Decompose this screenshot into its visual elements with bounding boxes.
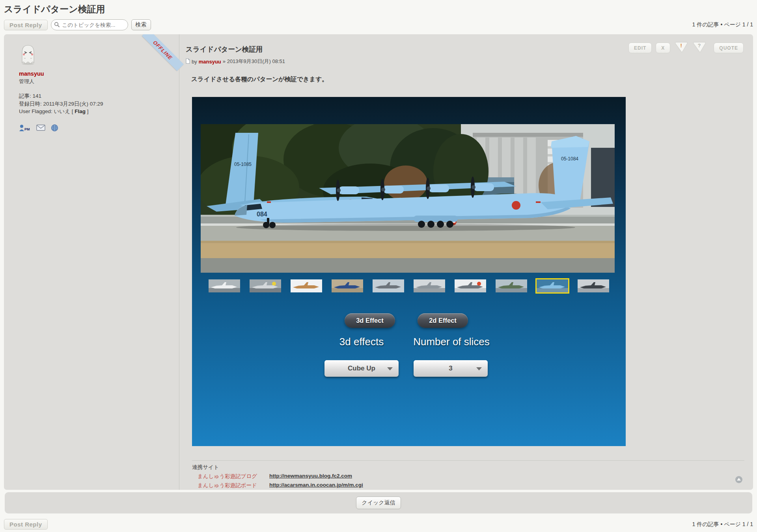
chevron-down-icon — [387, 367, 393, 370]
top-toolbar: Post Reply 検索 1 件の記事 • ページ 1 / 1 — [4, 19, 753, 30]
3d-effects-label: 3d effects — [339, 336, 384, 348]
svg-text:05-1084: 05-1084 — [561, 156, 578, 162]
signature-heading: 連携サイト — [192, 464, 744, 471]
byline-by: by — [192, 59, 197, 65]
thumbnail-strip — [192, 279, 626, 292]
post-reply-button-bottom[interactable]: Post Reply — [4, 519, 48, 530]
signature-link-url[interactable]: http://newmansyuu.blog.fc2.com — [269, 473, 352, 480]
signature-link-url[interactable]: http://acarsman.in.coocan.jp/m/m.cgi — [269, 482, 363, 489]
flag-link[interactable]: Flag — [75, 108, 86, 114]
search-input[interactable] — [51, 19, 128, 30]
bottom-toolbar: Post Reply 1 件の記事 • ページ 1 / 1 — [4, 519, 753, 530]
signature-link-label: まんしゅう彩遊記ボード — [198, 482, 269, 489]
svg-text:084: 084 — [257, 211, 267, 218]
post-byline: by mansyuu » 2013年9月30日(月) 08:51 — [186, 58, 744, 65]
thumbnail-dark-aircraft-hangar[interactable] — [578, 279, 609, 292]
thumbnail-green-transport[interactable] — [496, 279, 527, 292]
website-globe-icon[interactable] — [51, 124, 58, 133]
thumbnail-white-jet-taxi[interactable] — [209, 279, 240, 292]
flag-line: User Flagged: いいえ [ Flag ] — [19, 108, 179, 115]
signature-link-row: まんしゅう彩遊記ブログ http://newmansyuu.blog.fc2.c… — [198, 473, 744, 480]
byline-author[interactable]: mansyuu — [199, 59, 221, 65]
slices-dropdown[interactable]: 3 — [414, 360, 488, 377]
top-pagination: 1 件の記事 • ページ 1 / 1 — [692, 21, 753, 28]
flag-prefix: User Flagged: いいえ [ — [19, 108, 75, 114]
user-profile-column: mansyuu 管理人 記事: 141 登録日時: 2011年3月29日(火) … — [4, 34, 179, 490]
post-action-buttons: EDIT X ! ? QUOTE — [628, 41, 744, 54]
post-content-column: EDIT X ! ? QUOTE スライドパターン検証用 by mansyuu … — [179, 34, 753, 490]
posts-count-line: 記事: 141 — [19, 92, 179, 100]
quick-reply-button[interactable]: クイック返信 — [356, 497, 401, 509]
thumbnail-blue-f2-taxi[interactable] — [332, 279, 363, 292]
effect-dropdown-value: Cube Up — [348, 365, 375, 372]
effect-dropdown[interactable]: Cube Up — [324, 360, 399, 377]
byline-date: » 2013年9月30日(月) 08:51 — [223, 58, 285, 65]
thumbnail-orange-jet-inflight[interactable] — [291, 279, 322, 292]
email-icon[interactable] — [36, 125, 45, 132]
signature-link-row: まんしゅう彩遊記ボード http://acarsman.in.coocan.jp… — [198, 482, 744, 489]
3d-effect-button[interactable]: 3d Effect — [345, 313, 395, 328]
thumbnail-gray-jet-inflight[interactable] — [373, 279, 404, 292]
post-panel: OFFLINE mansyuu 管理人 記事: 141 登録日時: 2011年3… — [4, 34, 753, 490]
quote-button[interactable]: QUOTE — [714, 43, 744, 53]
search-button[interactable]: 検索 — [131, 19, 151, 30]
joined-line: 登録日時: 2011年3月29日(火) 07:29 — [19, 100, 179, 108]
delete-button[interactable]: X — [656, 43, 670, 53]
post-page-icon — [186, 58, 190, 65]
page-title: スライドパターン検証用 — [4, 3, 753, 15]
number-of-slices-label: Number of slices — [413, 336, 490, 348]
scroll-top-icon[interactable] — [735, 476, 743, 485]
topic-search — [51, 19, 128, 30]
slices-dropdown-value: 3 — [449, 365, 452, 372]
2d-effect-button[interactable]: 2d Effect — [418, 313, 468, 328]
svg-text:?: ? — [698, 43, 701, 48]
svg-text:!: ! — [681, 43, 682, 48]
slideshow-main-photo[interactable]: 05-1085 084 — [201, 124, 615, 273]
signature-block: 連携サイト まんしゅう彩遊記ブログ http://newmansyuu.blog… — [192, 460, 744, 489]
svg-text:05-1085: 05-1085 — [234, 162, 252, 167]
thumbnail-gray-jet-taxi[interactable] — [414, 279, 445, 292]
flag-suffix: ] — [86, 108, 89, 114]
page-header: スライドパターン検証用 Post Reply 検索 1 件の記事 • ページ 1… — [0, 0, 757, 30]
thumbnail-phantom-sunburst[interactable] — [455, 279, 486, 292]
report-button[interactable]: ! — [674, 41, 688, 54]
svg-text:PM: PM — [24, 127, 30, 131]
chevron-down-icon — [476, 367, 482, 370]
search-icon — [54, 22, 60, 29]
thumbnail-jet-yellow-balloon[interactable] — [250, 279, 281, 292]
user-stats: 記事: 141 登録日時: 2011年3月29日(火) 07:29 User F… — [19, 92, 179, 115]
post-reply-button[interactable]: Post Reply — [4, 20, 48, 30]
pm-icon[interactable]: PM — [19, 124, 31, 133]
signature-link-label: まんしゅう彩遊記ブログ — [198, 473, 269, 480]
quick-reply-band: クイック返信 — [5, 492, 752, 513]
profile-contact-icons: PM — [19, 124, 179, 133]
user-rank: 管理人 — [19, 78, 179, 85]
bottom-pagination: 1 件の記事 • ページ 1 / 1 — [692, 521, 753, 528]
username[interactable]: mansyuu — [19, 71, 179, 77]
edit-button[interactable]: EDIT — [628, 43, 652, 53]
info-button[interactable]: ? — [692, 41, 707, 54]
post-body-text: スライドさせる各種のパターンが検証できます。 — [191, 75, 744, 84]
slideshow-widget: 05-1085 084 — [192, 97, 626, 446]
thumbnail-blue-c130[interactable] — [537, 279, 568, 292]
